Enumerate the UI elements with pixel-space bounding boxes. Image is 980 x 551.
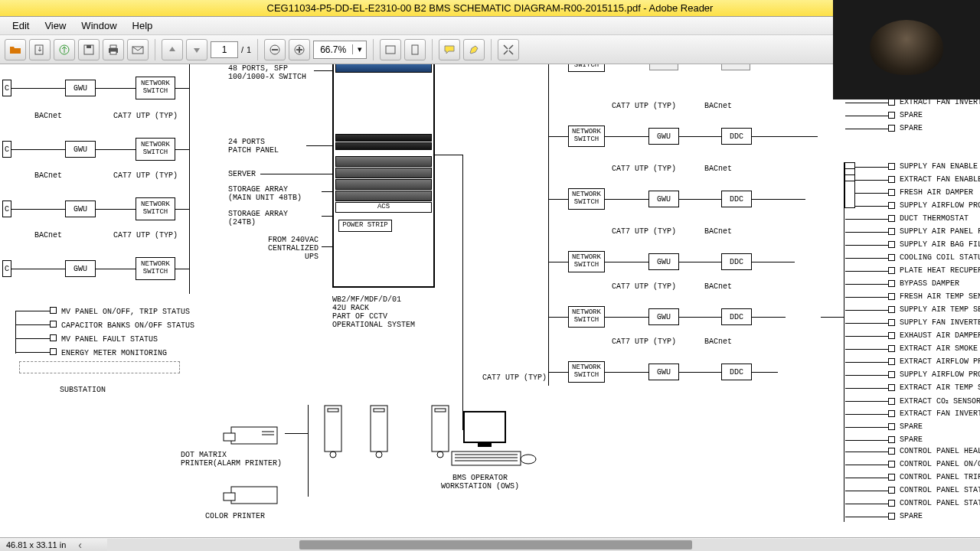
- gwu-box: GWU: [648, 253, 679, 270]
- io-point-label: SUPPLY AIR TEMP SE: [900, 305, 980, 314]
- io-point-label: DUCT THERMOSTAT: [900, 214, 969, 223]
- colorprinter-label: COLOR PRINTER: [205, 512, 265, 520]
- zoom-select[interactable]: 66.7%▾: [313, 41, 367, 59]
- page-down-button[interactable]: [186, 39, 207, 60]
- svg-rect-27: [464, 412, 505, 442]
- send-button[interactable]: [54, 39, 75, 60]
- horizontal-scrollbar[interactable]: [107, 539, 980, 551]
- highlight-button[interactable]: [463, 39, 485, 60]
- gwu-box: GWU: [648, 128, 679, 145]
- io-point-label: SUPPLY FAN ENABLE: [900, 162, 978, 171]
- cap-banks-label: CAPACITOR BANKS ON/OFF STATUS: [61, 321, 194, 330]
- gwu-box: GWU: [648, 364, 679, 380]
- export-button[interactable]: [29, 39, 51, 60]
- bacnet-label: BACnet: [704, 337, 732, 346]
- print-button[interactable]: [103, 39, 124, 60]
- ports48-label: 48 PORTS, SFP 100/1000-X SWITCH: [228, 64, 306, 81]
- bacnet-label: BACnet: [34, 231, 62, 240]
- gwu-box: GWU: [648, 308, 679, 325]
- statusbar: 46.81 x 33.11 in ‹: [0, 537, 980, 551]
- svg-rect-13: [224, 433, 235, 441]
- rack: ACS POWER STRIP: [332, 64, 435, 288]
- energy-label: ENERGY METER MONITORING: [61, 349, 167, 357]
- webcam-overlay: [833, 0, 980, 99]
- svg-point-33: [521, 455, 536, 464]
- io-point-label: SUPPLY AIR BAG FILTE: [900, 240, 980, 249]
- read-mode-button[interactable]: [498, 39, 519, 60]
- svg-rect-0: [35, 45, 43, 54]
- io-point-label: EXTRACT FAN ENABLE: [900, 175, 980, 184]
- svg-rect-16: [231, 487, 277, 504]
- io-point-label: CONTROL PANEL STAT: [900, 486, 980, 494]
- menu-edit[interactable]: Edit: [5, 20, 37, 31]
- c-box: C: [2, 201, 11, 217]
- network-switch-box: NETWORK SWITCH: [136, 257, 175, 280]
- page-up-button[interactable]: [162, 39, 183, 60]
- checkbox: [50, 307, 57, 314]
- svg-rect-10: [386, 46, 395, 54]
- page-number-input[interactable]: [211, 41, 238, 58]
- gwu-box: [649, 64, 678, 70]
- ddc-box: [721, 64, 750, 70]
- io-point-label: SPARE: [900, 422, 923, 431]
- gwu-box: GWU: [65, 260, 96, 277]
- svg-point-20: [330, 452, 336, 458]
- comment-button[interactable]: [439, 39, 460, 60]
- fit-page-button[interactable]: [404, 39, 426, 60]
- menu-help[interactable]: Help: [125, 20, 161, 31]
- io-point-label: SPARE: [900, 512, 923, 520]
- rack-caption: WB2/MF/MDF/D/01 42U RACK PART OF CCTV OP…: [332, 295, 415, 329]
- storage48-label: STORAGE ARRAY (MAIN UNIT 48TB): [228, 185, 302, 202]
- svg-rect-28: [478, 442, 492, 447]
- storage24-label: STORAGE ARRAY (24TB): [228, 210, 288, 227]
- email-button[interactable]: [127, 39, 149, 60]
- bacnet-label: BACnet: [34, 112, 62, 120]
- ups-label: FROM 240VAC CENTRALIZED UPS: [268, 236, 318, 261]
- server-label: SERVER: [228, 170, 256, 178]
- page-total: 1: [247, 45, 251, 54]
- io-point-label: CONTROL PANEL TRIP: [900, 473, 980, 481]
- ddc-box: DDC: [721, 308, 752, 325]
- zoom-out-button[interactable]: [264, 39, 286, 60]
- io-point-label: EXTRACT AIR SMOKE D: [900, 344, 980, 353]
- dotmatrix-label: DOT MATRIX PRINTER(ALARM PRINTER): [181, 451, 282, 468]
- svg-rect-11: [412, 45, 418, 54]
- svg-rect-5: [110, 45, 116, 48]
- network-switch-box: NETWORK SWITCH: [568, 126, 605, 147]
- network-switch-box: NETWORK SWITCH: [568, 306, 605, 328]
- io-point-label: EXTRACT AIRFLOW PR: [900, 357, 980, 366]
- document-area[interactable]: C GWU NETWORK SWITCH BACnet CAT7 UTP (TY…: [0, 64, 980, 537]
- io-point-label: EXHAUST AIR DAMPER: [900, 331, 980, 340]
- io-point-label: EXTRACT AIR TEMP SE: [900, 383, 980, 392]
- page-dimensions: 46.81 x 33.11 in: [6, 540, 66, 549]
- fit-width-button[interactable]: [380, 39, 401, 60]
- network-switch-box: NETWORK SWITCH: [136, 197, 175, 220]
- gwu-box: GWU: [65, 201, 96, 217]
- checkbox: [50, 334, 57, 341]
- printer-icon: [216, 418, 285, 448]
- menu-window[interactable]: Window: [74, 20, 124, 31]
- network-switch-box: NETWORK SWITCH: [568, 361, 605, 383]
- c-box: C: [2, 260, 11, 277]
- svg-rect-21: [371, 406, 387, 452]
- cat7-label: CAT7 UTP (TYP): [612, 337, 676, 346]
- save-button[interactable]: [78, 39, 100, 60]
- bacnet-label: BACnet: [34, 171, 62, 180]
- network-switch-box: NETWORK SWITCH: [568, 188, 605, 210]
- svg-rect-6: [110, 51, 116, 54]
- cat7-label: CAT7 UTP (TYP): [482, 373, 547, 382]
- zoom-in-button[interactable]: [289, 39, 310, 60]
- network-switch-box: NETWORK SWITCH: [136, 138, 175, 161]
- svg-rect-24: [432, 406, 449, 452]
- prev-view-button[interactable]: ‹: [78, 539, 82, 551]
- cat7-label: CAT7 UTP (TYP): [113, 112, 178, 120]
- ddc-box: DDC: [721, 253, 752, 270]
- page-sep: /: [241, 45, 243, 54]
- mv-onoff-label: MV PANEL ON/OFF, TRIP STATUS: [61, 308, 190, 316]
- svg-rect-12: [231, 427, 277, 444]
- menu-view[interactable]: View: [37, 20, 74, 31]
- open-button[interactable]: [5, 39, 26, 60]
- powerstrip-box: POWER STRIP: [338, 220, 392, 232]
- io-point-label: SUPPLY AIRFLOW PRO: [900, 201, 980, 210]
- io-point-label: CONTROL PANEL ON/C: [900, 460, 980, 468]
